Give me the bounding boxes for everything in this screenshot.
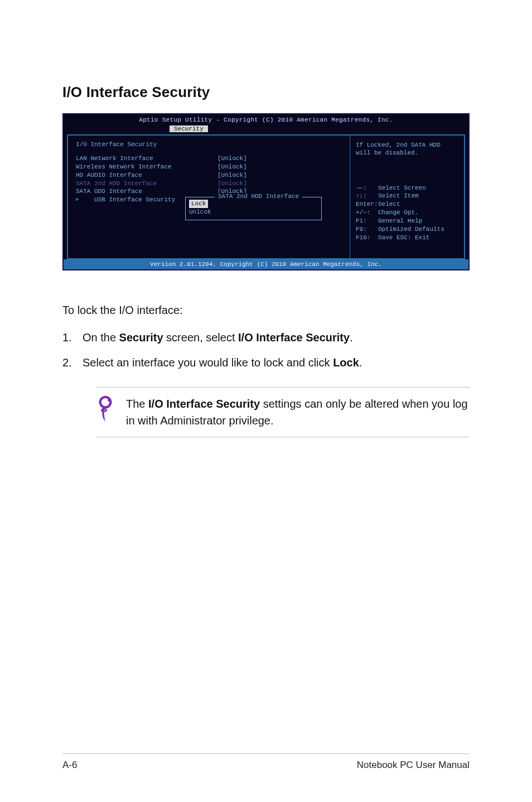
- bios-popup-option-unlock: Unlcok: [189, 208, 318, 216]
- step-2: 2. Select an interface you would like to…: [62, 354, 470, 371]
- svg-point-1: [108, 399, 110, 402]
- bios-item-sata-hdd: SATA 2nd HDD Interface [Unlock]: [76, 180, 342, 188]
- bios-item-value: [Unlock]: [217, 154, 247, 163]
- help-desc: Select Screen: [378, 184, 426, 192]
- svg-point-0: [100, 397, 111, 408]
- tip-icon: [96, 395, 115, 427]
- help-desc: Optimized Defaults: [378, 225, 444, 234]
- help-key-row: F1:General Help: [356, 217, 458, 225]
- bios-popup-title: SATA 2nd HDD Interface: [215, 193, 302, 200]
- step-1: 1. On the Security screen, select I/O In…: [62, 329, 470, 346]
- bios-right-pane: If Locked, 2nd SATA HDD will be disabled…: [350, 136, 464, 258]
- manual-title: Notebook PC User Manual: [357, 760, 470, 771]
- bios-item-value: [Unlock]: [217, 180, 247, 188]
- help-desc: General Help: [378, 217, 422, 225]
- bios-screenshot: Aptio Setup Utility - Copyright (C) 2010…: [62, 113, 470, 270]
- help-key: +/−:: [356, 209, 375, 217]
- bios-tab-security: Security: [170, 125, 208, 132]
- bios-page-title: I/O Interface Security: [76, 141, 342, 148]
- page-footer: A-6 Notebook PC User Manual: [62, 753, 470, 771]
- bios-item-wireless: Wireless Network Interface [Unlock]: [76, 163, 342, 171]
- help-key: →←:: [356, 184, 375, 192]
- help-key-row: ↑↓:Select Item: [356, 192, 458, 200]
- bios-help-keys: →←:Select Screen ↑↓:Select Item Enter:Se…: [356, 184, 458, 242]
- steps-list: 1. On the Security screen, select I/O In…: [62, 329, 470, 371]
- step-text: Select an interface you would like to lo…: [83, 354, 470, 371]
- bios-tab-row: Security: [64, 124, 468, 134]
- text-fragment: .: [359, 356, 362, 369]
- page-number: A-6: [62, 760, 77, 771]
- help-key: Enter:: [356, 200, 375, 209]
- help-key: ↑↓:: [356, 192, 375, 200]
- step-text: On the Security screen, select I/O Inter…: [83, 329, 470, 346]
- bios-item-lan: LAN Network Interface [Unlock]: [76, 154, 342, 163]
- bios-item-label: Wireless Network Interface: [76, 163, 204, 171]
- help-desc: Save ESC: Exit: [378, 234, 429, 242]
- text-bold: I/O Interface Security: [238, 331, 350, 344]
- bios-item-label: HD AUDIO Interface: [76, 171, 204, 180]
- bios-item-value: [Unlock]: [217, 163, 247, 171]
- bios-popup: SATA 2nd HDD Interface Lock Unlcok: [185, 197, 322, 220]
- help-key-row: F10:Save ESC: Exit: [356, 234, 458, 242]
- step-number: 2.: [62, 354, 83, 371]
- help-key: F9:: [356, 225, 375, 234]
- help-desc: Select: [378, 200, 400, 209]
- bios-left-pane: I/O Interface Security LAN Network Inter…: [68, 136, 350, 258]
- help-desc: Change Opt.: [378, 209, 419, 217]
- bios-item-audio: HD AUDIO Interface [Unlock]: [76, 171, 342, 180]
- bios-item-label: SATA 2nd HDD Interface: [76, 180, 204, 188]
- text-bold: Security: [119, 331, 163, 344]
- text-bold: I/O Interface Security: [148, 398, 260, 410]
- help-key-row: F9:Optimized Defaults: [356, 225, 458, 234]
- bios-inner: I/O Interface Security LAN Network Inter…: [67, 134, 465, 259]
- text-fragment: screen, select: [163, 331, 239, 344]
- help-key-row: +/−:Change Opt.: [356, 209, 458, 217]
- body-text: To lock the I/O interface: 1. On the Sec…: [62, 302, 470, 437]
- bios-item-label: LAN Network Interface: [76, 154, 204, 163]
- bios-footer: Version 2.01.1204. Copyright (C) 2010 Am…: [64, 259, 468, 269]
- bios-header: Aptio Setup Utility - Copyright (C) 2010…: [64, 114, 468, 124]
- bios-popup-option-lock: Lock: [189, 200, 208, 208]
- text-bold: Lock: [333, 356, 359, 369]
- bios-item-value: [Unlock]: [217, 171, 247, 180]
- section-heading: I/O Interface Security: [62, 84, 470, 101]
- lead-text: To lock the I/O interface:: [62, 302, 470, 319]
- help-key: F10:: [356, 234, 375, 242]
- help-desc: Select Item: [378, 192, 419, 200]
- text-fragment: Select an interface you would like to lo…: [83, 356, 333, 369]
- text-fragment: The: [126, 398, 148, 410]
- note-text: The I/O Interface Security settings can …: [126, 395, 470, 429]
- bios-help-text: If Locked, 2nd SATA HDD will be disabled…: [356, 141, 458, 157]
- bios-item-label: SATA ODD Interface: [76, 187, 204, 196]
- text-fragment: On the: [83, 331, 119, 344]
- text-fragment: .: [350, 331, 353, 344]
- help-key: F1:: [356, 217, 375, 225]
- help-key-row: →←:Select Screen: [356, 184, 458, 192]
- help-key-row: Enter:Select: [356, 200, 458, 209]
- step-number: 1.: [62, 329, 83, 346]
- note-box: The I/O Interface Security settings can …: [96, 387, 470, 437]
